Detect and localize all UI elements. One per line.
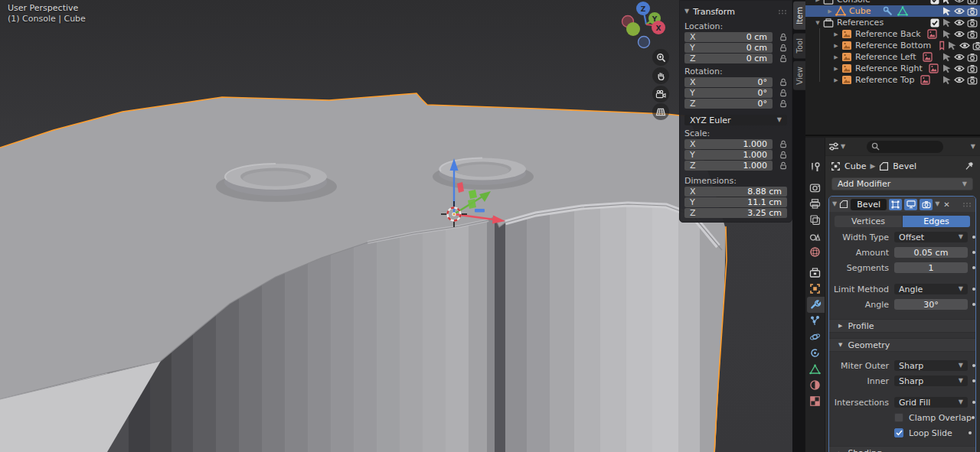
outliner-row-reference-right[interactable]: ▶ Reference Right xyxy=(805,63,980,74)
gizmo-plane-handle-y[interactable] xyxy=(469,190,477,199)
amount-field[interactable]: 0.05 cm xyxy=(894,247,968,258)
rotation-y-field[interactable]: Y0° xyxy=(684,88,773,98)
eye-icon[interactable] xyxy=(954,18,965,27)
close-icon[interactable]: ✕ xyxy=(943,200,949,209)
animate-decorator[interactable] xyxy=(969,431,972,434)
lock-open-icon[interactable] xyxy=(779,44,787,52)
location-x-field[interactable]: X0 cm xyxy=(684,32,773,42)
animate-decorator[interactable] xyxy=(972,416,975,419)
selectable-pointer-icon[interactable] xyxy=(947,41,957,50)
lock-open-icon[interactable] xyxy=(779,78,787,86)
tab-tool[interactable]: Tool xyxy=(793,33,805,58)
toggle-edit-mode-display[interactable] xyxy=(889,199,902,210)
toggle-realtime-display[interactable] xyxy=(904,199,917,210)
gizmo-plane-handle-y2[interactable] xyxy=(468,199,476,209)
eye-icon[interactable] xyxy=(954,53,965,61)
tab-constraints[interactable] xyxy=(805,345,825,361)
tab-output[interactable] xyxy=(805,196,825,212)
add-modifier-button[interactable]: Add Modifier ▼ xyxy=(831,177,973,190)
tab-view[interactable]: View xyxy=(793,61,805,90)
outliner-row-references[interactable]: ▼ References xyxy=(805,17,980,28)
disclosure-icon[interactable]: ▶ xyxy=(825,8,835,15)
animate-decorator[interactable] xyxy=(972,236,975,239)
selectable-pointer-icon[interactable] xyxy=(942,75,952,85)
eye-icon[interactable] xyxy=(954,0,965,4)
tab-particles[interactable] xyxy=(805,313,825,329)
lock-open-icon[interactable] xyxy=(779,161,787,170)
outliner-row-reference-top[interactable]: ▶ Reference Top xyxy=(805,74,980,86)
tab-texture[interactable] xyxy=(805,393,825,409)
camera-icon[interactable] xyxy=(967,64,978,73)
lock-open-icon[interactable] xyxy=(779,33,787,41)
selectable-pointer-icon[interactable] xyxy=(942,63,952,73)
checkbox-checked-icon[interactable] xyxy=(930,18,939,28)
eye-icon[interactable] xyxy=(954,64,965,73)
outliner-row-cube[interactable]: ▶ Cube xyxy=(805,5,980,17)
loop-slide-checkbox[interactable] xyxy=(894,428,903,437)
tab-world[interactable] xyxy=(805,244,825,260)
eye-icon[interactable] xyxy=(954,76,965,84)
lock-open-icon[interactable] xyxy=(779,99,787,108)
animate-decorator[interactable] xyxy=(972,266,975,269)
tab-tool[interactable] xyxy=(805,159,825,175)
angle-field[interactable]: 30° xyxy=(894,299,968,310)
segments-field[interactable]: 1 xyxy=(894,262,968,273)
dimension-z-field[interactable]: Z3.25 cm xyxy=(684,208,787,218)
profile-subpanel-header[interactable]: ▶ Profile xyxy=(829,319,975,333)
pin-icon[interactable] xyxy=(965,161,974,171)
nav-axis-gizmo[interactable]: Z Y X xyxy=(617,0,677,54)
tab-scene[interactable] xyxy=(805,228,825,244)
shading-subpanel-header[interactable]: ▶ Shading xyxy=(829,446,975,452)
zoom-button[interactable] xyxy=(652,49,669,66)
nav-axis-neg-z[interactable] xyxy=(639,37,650,48)
selectable-pointer-icon[interactable] xyxy=(942,29,952,39)
lock-open-icon[interactable] xyxy=(779,54,787,63)
ortho-toggle-button[interactable] xyxy=(652,103,669,120)
tab-physics[interactable] xyxy=(805,329,825,345)
disclosure-icon[interactable]: ▶ xyxy=(831,31,841,37)
location-y-field[interactable]: Y0 cm xyxy=(684,43,773,53)
animate-decorator[interactable] xyxy=(972,288,975,291)
toggle-render-display[interactable] xyxy=(920,199,933,210)
disclosure-icon[interactable]: ▼ xyxy=(813,20,822,26)
outliner-row-console[interactable]: ▶ Console xyxy=(805,0,980,5)
editor-type-button[interactable]: ▼ xyxy=(828,141,845,151)
rotation-z-field[interactable]: Z0° xyxy=(684,99,773,109)
camera-icon[interactable] xyxy=(967,18,978,28)
eye-icon[interactable] xyxy=(954,30,965,38)
disclosure-icon[interactable]: ▶ xyxy=(831,66,841,72)
tab-item[interactable]: Item xyxy=(793,2,805,30)
scale-x-field[interactable]: X1.000 xyxy=(684,139,773,149)
breadcrumb-modifier[interactable]: Bevel xyxy=(893,161,916,171)
animate-decorator[interactable] xyxy=(972,379,975,382)
dimension-x-field[interactable]: X8.88 cm xyxy=(684,187,787,197)
mesh-cube[interactable] xyxy=(0,93,727,452)
disclosure-icon[interactable]: ▶ xyxy=(831,77,841,83)
rotation-mode-dropdown[interactable]: XYZ Euler▼ xyxy=(684,115,787,125)
limit-method-dropdown[interactable]: Angle▼ xyxy=(894,284,968,294)
tab-view-layer[interactable] xyxy=(805,212,825,228)
outliner-row-reference-left[interactable]: ▶ Reference Left xyxy=(805,51,980,63)
scale-z-field[interactable]: Z1.000 xyxy=(684,161,773,171)
geometry-subpanel-header[interactable]: ▼ Geometry xyxy=(829,338,975,352)
transform-panel-header[interactable]: ▼ Transform xyxy=(684,5,787,18)
animate-decorator[interactable] xyxy=(972,251,975,254)
extras-dropdown-icon[interactable]: ▼ xyxy=(935,201,939,207)
selectable-pointer-icon[interactable] xyxy=(942,0,952,5)
selectable-pointer-icon[interactable] xyxy=(942,52,952,62)
camera-view-button[interactable] xyxy=(652,86,669,102)
camera-icon[interactable] xyxy=(972,41,980,50)
breadcrumb-object[interactable]: Cube xyxy=(844,161,866,171)
tab-collection-props[interactable] xyxy=(805,265,825,281)
lock-open-icon[interactable] xyxy=(779,151,787,159)
panel-drag-dots-icon[interactable] xyxy=(778,9,787,15)
lock-open-icon[interactable] xyxy=(779,140,787,148)
disclosure-icon[interactable]: ▶ xyxy=(813,0,822,3)
modifier-name-field[interactable]: Bevel xyxy=(851,199,887,210)
animate-decorator[interactable] xyxy=(972,364,975,367)
affect-edges-button[interactable]: Edges xyxy=(903,216,970,227)
animate-decorator[interactable] xyxy=(972,303,975,306)
3d-viewport[interactable]: User Perspective (1) Console | Cube Z Y … xyxy=(0,0,792,452)
expand-chevron-icon[interactable]: ▼ xyxy=(832,201,837,207)
camera-icon[interactable] xyxy=(967,0,978,5)
